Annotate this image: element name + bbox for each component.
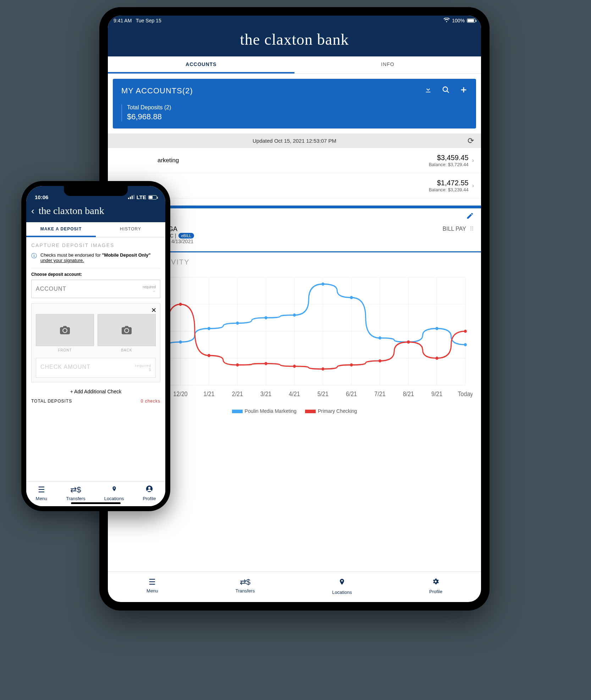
svg-rect-62 xyxy=(130,197,131,199)
network-label: LTE xyxy=(137,194,146,200)
svg-text:4/21: 4/21 xyxy=(289,391,300,398)
nav-locations[interactable]: Locations xyxy=(332,578,352,595)
svg-text:1/21: 1/21 xyxy=(203,391,214,398)
status-time: 10:06 xyxy=(35,194,48,200)
account-amount: $1,472.55 xyxy=(429,179,469,187)
menu-icon: ☰ xyxy=(149,578,156,587)
account-placeholder: ACCOUNT xyxy=(36,286,66,292)
person-icon xyxy=(146,485,153,494)
gear-icon xyxy=(432,578,440,587)
front-label: FRONT xyxy=(36,348,94,352)
nav-menu[interactable]: ☰ Menu xyxy=(36,485,48,501)
svg-point-57 xyxy=(379,359,381,362)
phone-screen: 10:06 LTE ‹ the claxton bank MAKE A DEPO… xyxy=(26,186,165,506)
tablet-status-bar: 9:41 AM Tue Sep 15 100% xyxy=(108,16,481,26)
svg-point-60 xyxy=(464,330,467,333)
svg-point-42 xyxy=(321,283,324,286)
location-icon xyxy=(111,485,117,494)
svg-point-58 xyxy=(407,340,410,344)
svg-point-66 xyxy=(148,487,151,489)
info-text-underline: under your signature. xyxy=(40,258,84,263)
edit-icon[interactable] xyxy=(466,212,474,222)
transfer-icon: ⇄$ xyxy=(240,578,250,587)
svg-point-52 xyxy=(236,363,239,367)
svg-text:7/21: 7/21 xyxy=(374,391,385,398)
svg-point-56 xyxy=(350,363,353,367)
svg-text:5/21: 5/21 xyxy=(317,391,328,398)
account-amount: $3,459.45 xyxy=(429,154,469,162)
nav-transfers[interactable]: ⇄$ Transfers xyxy=(236,578,255,595)
svg-text:12/20: 12/20 xyxy=(173,391,188,398)
svg-point-50 xyxy=(179,303,182,306)
info-row: ⓘ Checks must be endorsed for "Mobile De… xyxy=(31,252,160,263)
nav-label: Menu xyxy=(147,588,158,594)
nav-label: Profile xyxy=(143,496,156,501)
ebill-badge: eBILL xyxy=(178,233,194,239)
account-row[interactable]: arketing $3,459.45 Balance: $3,729.44 › xyxy=(108,148,481,173)
updated-text: Updated Oct 15, 2021 12:53:07 PM xyxy=(253,138,336,144)
refresh-icon[interactable]: ⟳ xyxy=(468,136,474,146)
svg-point-40 xyxy=(265,316,267,319)
nav-profile[interactable]: Profile xyxy=(143,485,156,501)
wifi-icon xyxy=(443,18,450,24)
status-time: 9:41 AM xyxy=(114,18,132,23)
search-icon[interactable] xyxy=(442,86,450,96)
phone-notch xyxy=(64,186,128,196)
nav-label: Profile xyxy=(429,589,442,594)
svg-text:6/21: 6/21 xyxy=(346,391,357,398)
chevron-right-icon: › xyxy=(472,157,474,164)
nav-locations[interactable]: Locations xyxy=(104,485,124,501)
drag-handle-icon[interactable]: ⠿ xyxy=(470,225,474,232)
check-amount-placeholder: CHECK AMOUNT xyxy=(40,364,90,372)
add-icon[interactable] xyxy=(460,86,468,96)
check-amount-input[interactable]: CHECK AMOUNT required$ xyxy=(36,358,156,378)
divider xyxy=(31,268,160,268)
check-capture-panel: ✕ FRONT BACK CHECK AMOUNT requi xyxy=(31,303,160,382)
transfer-icon: ⇄$ xyxy=(70,485,81,494)
svg-point-43 xyxy=(350,296,353,299)
svg-rect-64 xyxy=(133,195,134,199)
tab-accounts[interactable]: ACCOUNTS xyxy=(108,56,294,73)
svg-point-47 xyxy=(464,343,467,346)
account-selector[interactable]: ACCOUNT required → xyxy=(31,280,160,298)
bank-logo-title: the claxton bank xyxy=(39,205,104,217)
tab-info[interactable]: INFO xyxy=(294,56,481,73)
svg-point-41 xyxy=(293,313,296,317)
add-check-button[interactable]: + Add Additional Check xyxy=(31,389,160,394)
phone-header: ‹ the claxton bank xyxy=(26,202,165,222)
arrow-right-icon: → xyxy=(152,289,156,293)
menu-icon: ☰ xyxy=(38,485,45,494)
updated-row: Updated Oct 15, 2021 12:53:07 PM ⟳ xyxy=(108,133,481,148)
phone-device: 10:06 LTE ‹ the claxton bank MAKE A DEPO… xyxy=(21,181,170,511)
back-label: BACK xyxy=(98,348,156,352)
nav-transfers[interactable]: ⇄$ Transfers xyxy=(66,485,85,501)
download-icon[interactable] xyxy=(424,86,432,96)
bank-logo-title: the claxton bank xyxy=(108,26,481,56)
back-icon[interactable]: ‹ xyxy=(31,206,34,217)
nav-label: Menu xyxy=(36,496,48,501)
battery-icon xyxy=(148,195,157,199)
svg-rect-61 xyxy=(128,198,129,199)
svg-text:9/21: 9/21 xyxy=(431,391,442,398)
capture-front-button[interactable] xyxy=(36,314,94,346)
svg-text:2/21: 2/21 xyxy=(232,391,243,398)
capture-back-button[interactable] xyxy=(98,314,156,346)
phone-tab-bar: MAKE A DEPOSIT HISTORY xyxy=(26,222,165,237)
svg-point-53 xyxy=(265,362,267,365)
tab-history[interactable]: HISTORY xyxy=(96,222,165,237)
tab-make-deposit[interactable]: MAKE A DEPOSIT xyxy=(26,222,96,237)
nav-label: Transfers xyxy=(236,588,255,594)
nav-label: Transfers xyxy=(66,496,85,501)
total-deposits-amount: $6,968.88 xyxy=(127,112,468,121)
svg-point-44 xyxy=(379,337,381,340)
svg-rect-63 xyxy=(132,196,133,199)
nav-profile[interactable]: Profile xyxy=(429,578,442,595)
tablet-bottom-nav: ☰ Menu ⇄$ Transfers Locations Profile xyxy=(108,572,481,602)
close-icon[interactable]: ✕ xyxy=(151,306,156,314)
nav-menu[interactable]: ☰ Menu xyxy=(147,578,158,595)
my-accounts-title: MY ACCOUNTS(2) xyxy=(121,86,193,95)
svg-text:8/21: 8/21 xyxy=(403,391,414,398)
account-balance: Balance: $3,239.44 xyxy=(429,187,469,192)
battery-percent: 100% xyxy=(452,18,465,23)
svg-text:Today: Today xyxy=(458,391,473,398)
